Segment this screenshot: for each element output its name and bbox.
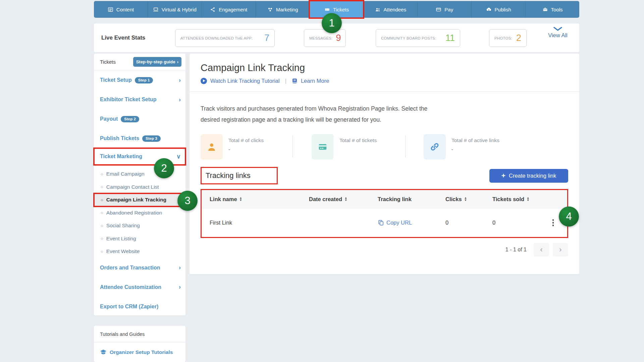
- sidebar-subitem-event-listing[interactable]: ○ Event Listing: [94, 232, 185, 245]
- create-tracking-link-button[interactable]: + Create tracking link: [489, 169, 568, 183]
- pagination-next-button[interactable]: ›: [553, 243, 568, 256]
- annotation-badge-2: 2: [154, 158, 174, 178]
- learn-more-link[interactable]: Learn More: [301, 78, 329, 84]
- sidebar-subitem-label: Campaign Contact List: [106, 184, 159, 190]
- sidebar-item-exhibitor-ticket-setup[interactable]: Exhibitor Ticket Setup ›: [94, 90, 185, 109]
- column-header-tracking-link: Tracking link: [378, 196, 445, 202]
- link-icon: [424, 134, 446, 160]
- tutorials-link-label: Organizer Setup Tutorials: [110, 349, 173, 355]
- page-description: Track visitors and purchases generated f…: [190, 92, 579, 125]
- sidebar-item-label: Publish Tickets: [100, 135, 139, 141]
- graduation-cap-icon: [100, 349, 107, 355]
- ticket-marketing-submenu: ○ Email Campaign ○ Campaign Contact List…: [94, 165, 185, 258]
- summary-total-tickets: Total # of tickets: [312, 134, 405, 160]
- copy-url-button[interactable]: Copy URL: [378, 220, 445, 226]
- sidebar-subitem-event-website[interactable]: ○ Event Website: [94, 245, 185, 258]
- summary-value: -: [228, 146, 264, 153]
- person-icon: [201, 134, 223, 160]
- tutorials-card: Tutorials and Guides Organizer Setup Tut…: [94, 326, 185, 362]
- nav-tab-engagement[interactable]: Engagement: [202, 1, 256, 18]
- chevron-right-icon: ›: [177, 59, 178, 64]
- sidebar-title: Tickets: [100, 59, 116, 65]
- chevron-down-icon: ∨: [176, 153, 181, 160]
- nav-tab-label: Pay: [444, 7, 453, 12]
- sidebar-item-orders-transaction[interactable]: Orders and Transaction ›: [94, 258, 185, 278]
- stat-label: MESSAGES:: [309, 36, 333, 40]
- step-by-step-guide-button[interactable]: Step-by-step guide ›: [133, 57, 181, 67]
- summary-label: Total # of tickets: [339, 137, 377, 143]
- sort-icon: ▲▼: [464, 197, 467, 202]
- sidebar-subitem-abandoned-registration[interactable]: ○ Abandoned Registration: [94, 206, 185, 220]
- tickets-sidebar: Tickets Step-by-step guide › Ticket Setu…: [94, 54, 185, 315]
- view-all-button[interactable]: View All: [543, 27, 572, 39]
- stat-attendees-downloaded: ATTENDEES DOWNLOADED THE APP: 7: [175, 29, 275, 47]
- nav-tab-label: Publish: [495, 7, 511, 12]
- stat-value: 2: [516, 33, 521, 43]
- description-line: Track visitors and purchases generated f…: [201, 103, 568, 114]
- nav-tab-publish[interactable]: Publish: [471, 1, 525, 18]
- tracking-links-section-header: Tracking links + Create tracking link: [190, 167, 579, 184]
- organizer-setup-tutorials-link[interactable]: Organizer Setup Tutorials: [94, 343, 185, 362]
- sidebar-item-payout[interactable]: Payout Step 2: [94, 109, 185, 129]
- sort-icon: ▲▼: [527, 197, 529, 202]
- radio-circle-icon: ○: [101, 249, 103, 254]
- column-label: Tracking link: [378, 196, 412, 202]
- stat-photos: PHOTOS: 2: [489, 29, 527, 47]
- cloud-upload-icon: [486, 7, 492, 12]
- column-label: Date created: [309, 196, 342, 202]
- column-header-tickets-sold[interactable]: Tickets sold ▲▼: [492, 196, 543, 202]
- stat-messages: MESSAGES: 9: [304, 29, 346, 47]
- sidebar-item-export-crm[interactable]: Export to CRM (Zapier): [94, 297, 185, 316]
- row-actions-menu-button[interactable]: [551, 218, 555, 228]
- nav-tab-marketing[interactable]: Marketing: [256, 1, 310, 18]
- sidebar-subitem-label: Social Sharing: [106, 223, 140, 229]
- sidebar-subitem-label: Campaign Link Tracking: [106, 197, 166, 203]
- column-header-link-name[interactable]: Link name ▲▼: [202, 196, 309, 202]
- live-stats-title: Live Event Stats: [101, 35, 145, 41]
- divider: [405, 135, 406, 158]
- nav-tab-content[interactable]: Content: [94, 1, 148, 18]
- nav-tab-pay[interactable]: Pay: [417, 1, 471, 18]
- sidebar-subitem-campaign-link-tracking[interactable]: ○ Campaign Link Tracking: [94, 193, 185, 206]
- sidebar-item-label: Orders and Transaction: [100, 265, 160, 271]
- tracking-links-highlight-box: Tracking links: [201, 167, 278, 184]
- ticket-card-icon: [312, 134, 334, 160]
- sidebar-subitem-label: Event Listing: [106, 236, 136, 242]
- column-header-date-created[interactable]: Date created ▲▼: [309, 196, 378, 202]
- chevron-right-icon: ›: [179, 284, 181, 291]
- nav-tab-virtual-hybrid[interactable]: Virtual & Hybrid: [148, 1, 202, 18]
- column-header-clicks[interactable]: Clicks ▲▼: [445, 196, 492, 202]
- stat-label: COMMUNITY BOARD POSTS:: [381, 36, 436, 40]
- pagination: 1 - 1 of 1 ‹ ›: [190, 243, 579, 256]
- chevron-right-icon: ›: [179, 96, 181, 103]
- watch-tutorial-link[interactable]: Watch Link Tracking Tutorial: [210, 78, 280, 84]
- nav-tab-tools[interactable]: Tools: [525, 1, 579, 18]
- pagination-prev-button[interactable]: ‹: [534, 243, 549, 256]
- pagination-label: 1 - 1 of 1: [505, 247, 527, 253]
- table-row: First Link Copy URL 0 0: [202, 208, 567, 237]
- sidebar-item-ticket-setup[interactable]: Ticket Setup Step 1 ›: [94, 70, 185, 90]
- nav-tab-label: Virtual & Hybrid: [162, 7, 197, 12]
- sidebar-item-attendee-customization[interactable]: Attendee Customization ›: [94, 278, 185, 297]
- marketing-icon: [267, 7, 273, 12]
- sidebar-subitem-campaign-contact-list[interactable]: ○ Campaign Contact List: [94, 181, 185, 194]
- column-label: Link name: [210, 196, 237, 202]
- copy-url-label: Copy URL: [386, 220, 412, 226]
- sidebar-subitem-social-sharing[interactable]: ○ Social Sharing: [94, 219, 185, 232]
- campaign-link-tracking-panel: Campaign Link Tracking Watch Link Tracki…: [190, 54, 579, 274]
- summary-value: [339, 146, 377, 153]
- sidebar-item-label: Payout: [100, 116, 118, 122]
- chevron-right-icon: ›: [179, 77, 181, 84]
- summary-label: Total # of clicks: [228, 137, 264, 143]
- sidebar-item-publish-tickets[interactable]: Publish Tickets Step 3: [94, 129, 185, 148]
- nav-tab-label: Content: [116, 7, 134, 12]
- radio-circle-icon: ○: [101, 210, 103, 215]
- nav-tab-attendees[interactable]: Attendees: [363, 1, 417, 18]
- sidebar-subitem-label: Event Website: [106, 248, 140, 254]
- nav-tab-label: Tools: [551, 7, 563, 12]
- create-button-label: Create tracking link: [509, 173, 556, 179]
- annotation-badge-3: 3: [177, 191, 198, 211]
- share-nodes-icon: [210, 7, 216, 12]
- stat-community-posts: COMMUNITY BOARD POSTS: 11: [376, 29, 460, 47]
- stat-value: 11: [445, 33, 455, 43]
